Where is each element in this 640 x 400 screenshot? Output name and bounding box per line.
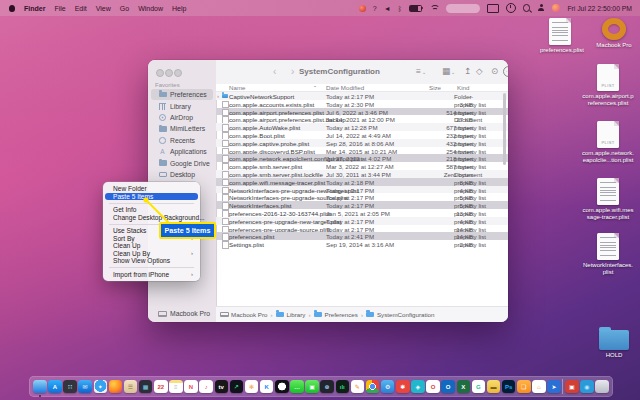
file-row-com-apple-autowake-plist[interactable]: com.apple.AutoWake.plistToday at 12:28 P… (216, 123, 508, 131)
dock-clock-icon[interactable] (275, 380, 289, 394)
dock-recorder-app-icon[interactable]: ▣ (565, 380, 579, 394)
dock-analytics-app-icon[interactable]: ılı (336, 380, 350, 394)
privacy-blurred-item[interactable] (446, 4, 480, 13)
desktop-icon-network-eapol[interactable]: PLISTcom.apple.network.eapolclie...tion.… (579, 121, 637, 164)
context-menu-item-clean-up-by[interactable]: Clean Up By› (105, 250, 198, 258)
dock-tv-icon[interactable]: tv (215, 380, 229, 394)
zoom-window-button[interactable] (174, 69, 182, 77)
forward-button[interactable]: › (291, 66, 294, 77)
screen-mirroring-icon[interactable] (487, 4, 499, 13)
dock-messages-icon[interactable]: … (290, 380, 304, 394)
desktop-icon-wifi-message-tracer[interactable]: com.apple.wifi.message-tracer.plist (579, 178, 637, 221)
tag-icon[interactable]: ◇ (476, 66, 483, 76)
dock-photos-icon[interactable]: ✻ (245, 380, 259, 394)
file-row-preferences-pre-upgrade-new-target-plist[interactable]: preferences-pre-upgrade-new-target.plist… (216, 217, 508, 225)
dock-photoshop-icon[interactable]: Ps (502, 380, 516, 394)
menu-finder[interactable]: Finder (24, 5, 45, 12)
column-header-date-modified[interactable]: Date Modified (326, 84, 364, 91)
file-row-preferences-pre-upgrade-source-plist[interactable]: preferences-pre-upgrade-source.plistToda… (216, 225, 508, 233)
dock-opera-icon[interactable]: O (426, 380, 440, 394)
battery-icon[interactable] (409, 5, 422, 12)
dock-settings-app-icon[interactable]: ⚙ (381, 380, 395, 394)
context-menu-item-clean-up[interactable]: Clean Up (105, 242, 198, 250)
dock-globe-app-icon[interactable]: ⊕ (320, 380, 334, 394)
dock-firefox-icon[interactable] (109, 380, 123, 394)
desktop-icon-preferences-plist[interactable]: preferences.plist (540, 18, 580, 54)
context-menu-item-show-view-options[interactable]: Show View Options (105, 257, 198, 265)
desktop-icon-hold-folder[interactable]: HOLD (592, 330, 636, 359)
spotlight-icon[interactable] (523, 4, 531, 12)
dock-mission-control-icon[interactable]: ▦ (139, 380, 153, 394)
file-row-com-apple-discoveryd-bsp-plist[interactable]: com.apple.discoveryd.BSP.plistMar 14, 20… (216, 147, 508, 155)
wifi-icon[interactable] (429, 4, 439, 12)
column-header-name[interactable]: Name (229, 84, 246, 91)
help-icon[interactable]: ? (373, 4, 377, 13)
disclosure-icon[interactable]: › (217, 93, 219, 99)
file-row-preferences-plist[interactable]: preferences.plistToday at 2:41 PM14 KBpr… (216, 232, 508, 240)
column-header-size[interactable]: Size (429, 84, 441, 91)
app-icon[interactable] (359, 5, 366, 12)
menu-view[interactable]: View (96, 5, 111, 12)
share-icon[interactable]: ↥ (464, 66, 471, 76)
dock-pen-app-icon[interactable]: ✎ (351, 380, 365, 394)
dock-news-icon[interactable]: N (184, 380, 198, 394)
group-by-icon[interactable]: ▦⌄ (442, 66, 455, 76)
file-row-com-apple-wifi-message-tracer-plist[interactable]: com.apple.wifi.message-tracer.plistToday… (216, 178, 508, 186)
dock-wallet-icon[interactable]: ▬ (487, 380, 501, 394)
dock-books-icon[interactable]: ❏ (517, 380, 531, 394)
menu-help[interactable]: Help (172, 5, 186, 12)
menu-window[interactable]: Window (138, 5, 163, 12)
dock-camera-app-icon[interactable]: ◉ (580, 380, 594, 394)
dock-contacts-icon[interactable]: ☰ (124, 380, 138, 394)
dock-compass-app-icon[interactable]: ➤ (547, 380, 561, 394)
sidebar-item-airdrop[interactable]: AirDrop (151, 112, 213, 123)
dock-trash-icon[interactable] (595, 380, 609, 394)
clock-icon[interactable] (506, 3, 516, 13)
dock-app-store-icon[interactable]: A (48, 380, 62, 394)
quicklook-eye-icon[interactable]: ⊙ (491, 66, 498, 76)
file-row-com-apple-accounts-exists-plist[interactable]: com.apple.accounts.exists.plistToday at … (216, 100, 508, 108)
dock-safari-icon[interactable]: ✦ (94, 380, 108, 394)
fast-user-switch-icon[interactable] (537, 4, 545, 12)
minimize-window-button[interactable] (165, 69, 173, 77)
dock-teal-app-icon[interactable]: ◈ (411, 380, 425, 394)
dock-calendar-icon[interactable]: 22 (154, 380, 168, 394)
dock-mail-icon[interactable]: ✉ (78, 380, 92, 394)
path-segment-macbook-pro[interactable]: Macbook Pro (220, 311, 267, 318)
file-row-settings-plist[interactable]: Settings.plistSep 19, 2014 at 3:16 AM2 K… (216, 240, 508, 248)
menu-bar-clock[interactable]: Fri Jul 22 2:50:00 PM (567, 5, 632, 12)
more-options-icon[interactable]: …⌄ (503, 66, 508, 77)
file-row-com-apple-smb-server-plist-lockfile[interactable]: com.apple.smb.server.plist.lockfileJul 3… (216, 170, 508, 178)
file-row-captivenetworksupport[interactable]: ›CaptiveNetworkSupportToday at 2:17 PM--… (216, 92, 508, 100)
path-segment-library[interactable]: Library (276, 311, 306, 318)
file-row-com-apple-network-eapolclient-configuration-plist[interactable]: com.apple.network.eapolclient.configurat… (216, 154, 508, 162)
column-header-kind[interactable]: Kind (457, 84, 469, 91)
siri-icon[interactable] (552, 4, 560, 12)
menu-go[interactable]: Go (120, 5, 129, 12)
apple-menu-icon[interactable] (9, 5, 15, 12)
file-row-com-apple-smb-server-plist[interactable]: com.apple.smb.server.plistMar 3, 2022 at… (216, 162, 508, 170)
dock-stocks-icon[interactable]: ↗ (230, 380, 244, 394)
menu-edit[interactable]: Edit (75, 5, 87, 12)
view-list-icon[interactable]: ≡⌄ (416, 66, 426, 76)
dock-grammarly-icon[interactable]: G (472, 380, 486, 394)
context-menu-item-new-folder[interactable]: New Folder (105, 185, 198, 193)
context-menu-item-import-from-iphone[interactable]: Import from iPhone› (105, 271, 198, 279)
path-segment-systemconfiguration[interactable]: SystemConfiguration (366, 311, 434, 318)
dock-finder-icon[interactable] (33, 380, 47, 394)
file-row-networkinterfaces-plist[interactable]: NetworkInterfaces.plistToday at 2:17 PM5… (216, 201, 508, 209)
bluetooth-icon[interactable]: ᛒ (398, 4, 402, 13)
file-row-com-apple-airport-preferences-plist-backup[interactable]: com.apple.airport.preferences.plist.back… (216, 115, 508, 123)
dock-outlook-icon[interactable]: O (441, 380, 455, 394)
file-row-com-apple-captive-probe-plist[interactable]: com.apple.captive.probe.plistSep 28, 201… (216, 139, 508, 147)
menu-file[interactable]: File (54, 5, 65, 12)
sidebar-item-macbook-pro[interactable]: Macbook Pro (151, 308, 213, 319)
dock-music-icon[interactable]: ♪ (199, 380, 213, 394)
dock-notes-icon[interactable]: ≡ (169, 380, 183, 394)
sidebar-item-applications[interactable]: AApplications (151, 146, 213, 157)
desktop-icon-macbook-pro[interactable]: Macbook Pro (592, 18, 636, 49)
sidebar-item-google-drive[interactable]: Google Drive (151, 157, 213, 168)
desktop-icon-airport-preferences[interactable]: PLISTcom.apple.airport.preferences.plist (579, 64, 637, 107)
sidebar-item-desktop[interactable]: Desktop (151, 169, 213, 180)
sidebar-item-library[interactable]: Library (151, 100, 213, 111)
